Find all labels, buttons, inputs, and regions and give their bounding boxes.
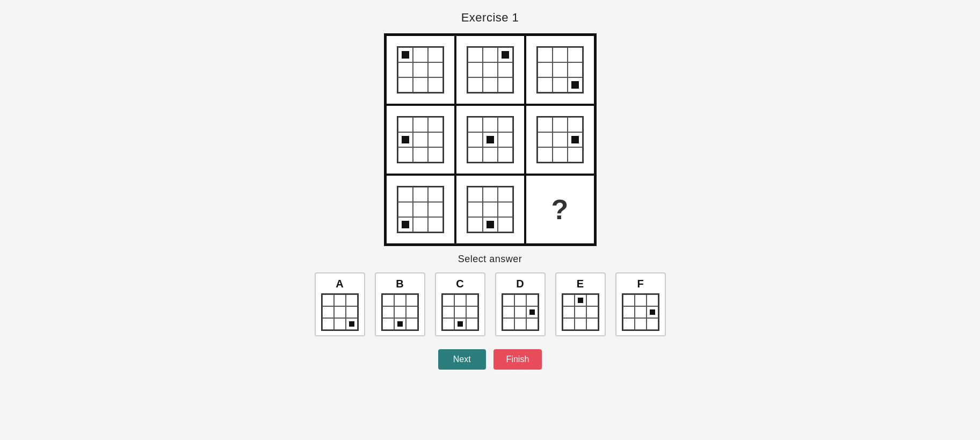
- answer-label-c: C: [456, 278, 463, 290]
- main-cell-1-1: [455, 105, 525, 175]
- main-cell-1-2: [525, 105, 595, 175]
- answer-label-a: A: [336, 278, 343, 290]
- finish-button[interactable]: Finish: [493, 349, 542, 370]
- next-button[interactable]: Next: [438, 349, 486, 370]
- main-matrix: ?: [384, 33, 597, 246]
- answer-option-b[interactable]: B: [375, 272, 425, 336]
- answer-label-d: D: [516, 278, 524, 290]
- main-cell-2-2: ?: [525, 175, 595, 244]
- answer-option-d[interactable]: D: [495, 272, 546, 336]
- answer-label-b: B: [396, 278, 403, 290]
- main-cell-2-0: [386, 175, 455, 244]
- answer-option-f[interactable]: F: [615, 272, 666, 336]
- answer-label-e: E: [577, 278, 584, 290]
- main-cell-0-1: [455, 35, 525, 105]
- main-cell-1-0: [386, 105, 455, 175]
- answer-option-c[interactable]: C: [435, 272, 485, 336]
- page-title: Exercise 1: [461, 11, 519, 25]
- select-answer-label: Select answer: [458, 254, 522, 265]
- answer-label-f: F: [637, 278, 643, 290]
- main-cell-0-2: [525, 35, 595, 105]
- main-cell-0-0: [386, 35, 455, 105]
- answers-row: ABCDEF: [315, 272, 666, 336]
- answer-option-e[interactable]: E: [555, 272, 606, 336]
- buttons-row: Next Finish: [438, 349, 542, 370]
- answer-option-a[interactable]: A: [315, 272, 365, 336]
- main-cell-2-1: [455, 175, 525, 244]
